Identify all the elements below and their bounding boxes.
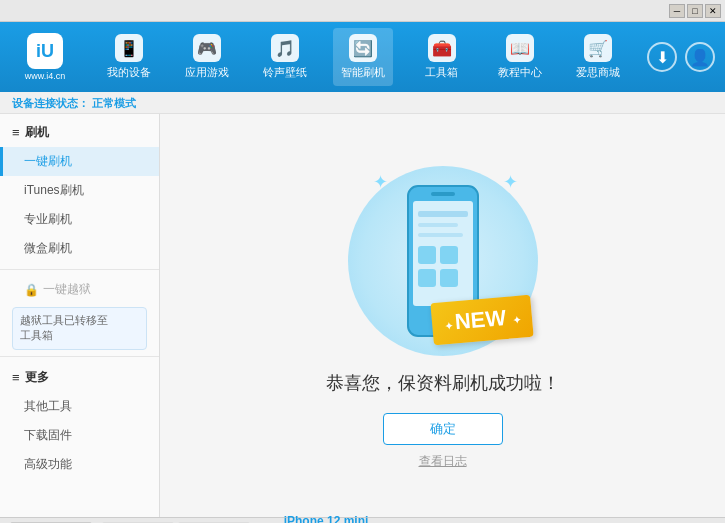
header: iU www.i4.cn 📱 我的设备 🎮 应用游戏 🎵 铃声壁纸 🔄 智能刷机… <box>0 22 725 92</box>
nav-bar: 📱 我的设备 🎮 应用游戏 🎵 铃声壁纸 🔄 智能刷机 🧰 工具箱 📖 教程中心… <box>90 28 637 86</box>
sidebar-section-jailbreak: 🔒 一键越狱 <box>0 276 159 303</box>
sidebar-jailbreak-note: 越狱工具已转移至工具箱 <box>12 307 147 350</box>
svg-rect-5 <box>418 223 458 227</box>
sidebar-divider-1 <box>0 269 159 270</box>
sidebar-item-other-tools[interactable]: 其他工具 <box>0 392 159 421</box>
svg-rect-8 <box>440 246 458 264</box>
maximize-button[interactable]: □ <box>687 4 703 18</box>
flash-section-icon: ≡ <box>12 125 20 140</box>
title-bar: ─ □ ✕ <box>0 0 725 22</box>
connection-status-bar: 设备连接状态： 正常模式 <box>0 92 725 114</box>
ai-store-icon: 🛒 <box>584 34 612 62</box>
nav-toolbox[interactable]: 🧰 工具箱 <box>412 28 472 86</box>
lock-icon: 🔒 <box>24 283 39 297</box>
close-button[interactable]: ✕ <box>705 4 721 18</box>
svg-rect-6 <box>418 233 463 237</box>
sidebar-divider-2 <box>0 356 159 357</box>
nav-app-games-label: 应用游戏 <box>185 65 229 80</box>
logo: iU www.i4.cn <box>10 33 80 81</box>
app-games-icon: 🎮 <box>193 34 221 62</box>
nav-tutorial-label: 教程中心 <box>498 65 542 80</box>
sidebar-section-more: ≡ 更多 <box>0 363 159 392</box>
more-section-icon: ≡ <box>12 370 20 385</box>
nav-smart-flash-label: 智能刷机 <box>341 65 385 80</box>
more-section-label: 更多 <box>25 369 49 386</box>
confirm-button[interactable]: 确定 <box>383 413 503 445</box>
nav-toolbox-label: 工具箱 <box>425 65 458 80</box>
nav-my-device[interactable]: 📱 我的设备 <box>99 28 159 86</box>
sidebar-item-pro-flash[interactable]: 专业刷机 <box>0 205 159 234</box>
sparkle-top-left: ✦ <box>373 171 388 193</box>
nav-ringtones-label: 铃声壁纸 <box>263 65 307 80</box>
new-badge-text: NEW <box>454 305 507 334</box>
status-bar: 阻止iTunes运行 自动敷逻 跳过向导 📱 iPhone 12 mini 64… <box>0 517 725 523</box>
nav-ai-store-label: 爱思商城 <box>576 65 620 80</box>
sidebar-item-download-firmware[interactable]: 下载固件 <box>0 421 159 450</box>
flash-section-label: 刷机 <box>25 124 49 141</box>
nav-right-controls: ⬇ 👤 <box>647 42 715 72</box>
svg-rect-10 <box>418 269 436 287</box>
smart-flash-icon: 🔄 <box>349 34 377 62</box>
ringtones-icon: 🎵 <box>271 34 299 62</box>
sidebar-item-advanced[interactable]: 高级功能 <box>0 450 159 479</box>
sidebar-item-micro-flash[interactable]: 微盒刷机 <box>0 234 159 263</box>
minimize-button[interactable]: ─ <box>669 4 685 18</box>
device-name: iPhone 12 mini <box>284 514 369 524</box>
jailbreak-label: 一键越狱 <box>43 281 91 298</box>
nav-ringtones[interactable]: 🎵 铃声壁纸 <box>255 28 315 86</box>
device-info: 📱 iPhone 12 mini 64GB Down-12mini-13,1 <box>258 514 502 524</box>
jailbreak-note-text: 越狱工具已转移至工具箱 <box>20 314 108 341</box>
connection-status-value: 正常模式 <box>92 97 136 109</box>
sidebar-item-itunes-flash[interactable]: iTunes刷机 <box>0 176 159 205</box>
phone-illustration: ✦ ✦ <box>343 161 543 361</box>
success-message: 恭喜您，保资料刷机成功啦！ <box>326 371 560 395</box>
nav-ai-store[interactable]: 🛒 爱思商城 <box>568 28 628 86</box>
connection-status-label: 设备连接状态： <box>12 97 89 109</box>
nav-smart-flash[interactable]: 🔄 智能刷机 <box>333 28 393 86</box>
logo-url: www.i4.cn <box>25 71 66 81</box>
main-area: ≡ 刷机 一键刷机 iTunes刷机 专业刷机 微盒刷机 🔒 一键越狱 越狱工具… <box>0 114 725 517</box>
new-badge: NEW <box>431 295 535 346</box>
user-button[interactable]: 👤 <box>685 42 715 72</box>
tutorial-icon: 📖 <box>506 34 534 62</box>
view-log-link[interactable]: 查看日志 <box>419 453 467 470</box>
sidebar-item-one-key-flash[interactable]: 一键刷机 <box>0 147 159 176</box>
sparkle-top-right: ✦ <box>503 171 518 193</box>
download-button[interactable]: ⬇ <box>647 42 677 72</box>
svg-rect-7 <box>418 246 436 264</box>
device-details: iPhone 12 mini 64GB Down-12mini-13,1 <box>284 514 369 524</box>
nav-app-games[interactable]: 🎮 应用游戏 <box>177 28 237 86</box>
main-content: ✦ ✦ <box>160 114 725 517</box>
nav-my-device-label: 我的设备 <box>107 65 151 80</box>
logo-icon: iU <box>27 33 63 69</box>
svg-rect-11 <box>440 269 458 287</box>
svg-rect-3 <box>431 192 455 196</box>
sidebar-section-flash: ≡ 刷机 <box>0 118 159 147</box>
nav-tutorial[interactable]: 📖 教程中心 <box>490 28 550 86</box>
sidebar: ≡ 刷机 一键刷机 iTunes刷机 专业刷机 微盒刷机 🔒 一键越狱 越狱工具… <box>0 114 160 517</box>
toolbox-icon: 🧰 <box>428 34 456 62</box>
svg-rect-4 <box>418 211 468 217</box>
my-device-icon: 📱 <box>115 34 143 62</box>
